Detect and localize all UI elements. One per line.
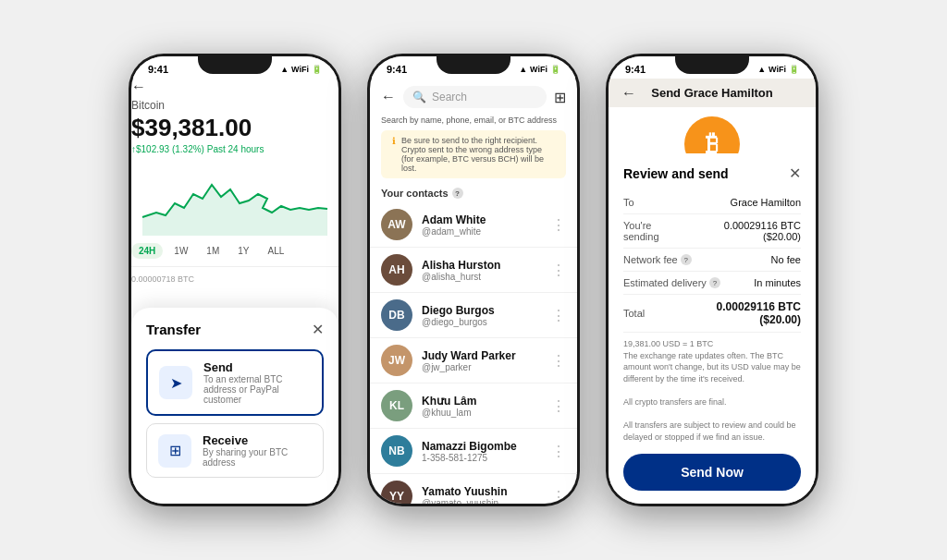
avatar-khuu: KL: [381, 390, 412, 421]
search-bar[interactable]: 🔍 Search: [403, 86, 547, 108]
battery-icon-1: 🔋: [312, 65, 322, 74]
tab-24h[interactable]: 24H: [131, 243, 163, 259]
contact-info-adam: Adam White @adam_white: [422, 213, 542, 237]
review-value-delivery: In minutes: [754, 277, 801, 288]
send-option[interactable]: ➤ Send To an external BTC address or Pay…: [146, 349, 324, 416]
contact-name-namazzi: Namazzi Bigombe: [422, 440, 542, 453]
review-value-total: 0.00029116 BTC($20.00): [717, 300, 801, 326]
time-2: 9:41: [387, 64, 407, 75]
contact-item-khuu[interactable]: KL Khưu Lâm @khuu_lam ⋮: [370, 383, 577, 429]
contact-menu-khuu[interactable]: ⋮: [551, 397, 566, 415]
status-icons-1: ▲ WiFi 🔋: [280, 65, 322, 74]
contact-handle-alisha: @alisha_hurst: [422, 272, 542, 282]
status-icons-3: ▲ WiFi 🔋: [757, 65, 799, 74]
receive-subtitle: By sharing your BTC address: [203, 447, 312, 468]
contact-menu-adam[interactable]: ⋮: [551, 216, 566, 234]
receive-icon: ⊞: [158, 434, 191, 468]
receive-option-text: Receive By sharing your BTC address: [203, 433, 312, 468]
contact-name-yamato: Yamato Yuushin: [422, 485, 542, 498]
avatar-alisha: AH: [381, 254, 412, 286]
tab-1m[interactable]: 1M: [199, 243, 227, 259]
contact-menu-diego[interactable]: ⋮: [551, 307, 566, 324]
tab-all[interactable]: ALL: [261, 243, 292, 259]
fee-help-icon[interactable]: ?: [681, 254, 692, 265]
search-placeholder: Search: [432, 91, 467, 103]
modal-close[interactable]: ✕: [312, 321, 324, 338]
search-back[interactable]: ←: [381, 89, 396, 105]
contact-info-alisha: Alisha Hurston @alisha_hurst: [422, 259, 542, 282]
notch-2: [437, 54, 510, 74]
time-tabs: 24H 1W 1M 1Y ALL: [131, 243, 338, 259]
review-row-delivery: Estimated delivery ? In minutes: [623, 272, 801, 295]
contact-menu-namazzi[interactable]: ⋮: [551, 443, 566, 460]
send-now-button[interactable]: Send Now: [623, 454, 801, 491]
review-value-to: Grace Hamilton: [731, 197, 801, 208]
wifi-icon-3: WiFi: [769, 65, 786, 74]
warning-icon: ℹ: [392, 136, 396, 146]
review-row-sending: You're sending 0.00029116 BTC ($20.00): [623, 214, 801, 249]
bitcoin-chart: [131, 162, 338, 236]
phone1-screen: ← Bitcoin $39,381.00 ↑$102.93 (1.32%) Pa…: [131, 79, 338, 287]
review-modal-close[interactable]: ✕: [789, 164, 801, 182]
warning-bar: ℹ Be sure to send to the right recipient…: [381, 130, 566, 178]
avatar-diego: DB: [381, 299, 412, 331]
contact-item-yamato[interactable]: YY Yamato Yuushin @yamato_yuushin ⋮: [370, 474, 577, 504]
contact-menu-alisha[interactable]: ⋮: [551, 262, 566, 279]
chart-svg: [131, 162, 338, 236]
tab-1w[interactable]: 1W: [166, 243, 195, 259]
review-label-fee: Network fee ?: [623, 254, 692, 265]
review-header: ← Send Grace Hamilton: [609, 79, 816, 107]
btc-amount-small: 0.00000718 BTC: [131, 271, 338, 287]
crypto-amount: $39,381.00: [131, 114, 338, 142]
receive-option[interactable]: ⊞ Receive By sharing your BTC address: [146, 423, 324, 478]
send-subtitle: To an external BTC address or PayPal cus…: [203, 374, 311, 405]
contact-menu-judy[interactable]: ⋮: [551, 352, 566, 370]
phone-1: 9:41 ▲ WiFi 🔋 ← Bitcoin $39,381.00 ↑$102…: [129, 54, 341, 506]
avatar-judy: JW: [381, 345, 412, 376]
contacts-list: AW Adam White @adam_white ⋮ AH Alisha Hu…: [370, 202, 577, 504]
avatar-yamato: YY: [381, 481, 412, 504]
contact-item-diego[interactable]: DB Diego Burgos @diego_burgos ⋮: [370, 293, 577, 338]
contact-info-judy: Judy Ward Parker @jw_parker: [422, 349, 542, 372]
qr-button[interactable]: ⊞: [554, 89, 566, 106]
phone-3: 9:41 ▲ WiFi 🔋 ← Send Grace Hamilton ₿ Se…: [606, 54, 818, 506]
contact-handle-judy: @jw_parker: [422, 362, 542, 372]
tab-1y[interactable]: 1Y: [230, 243, 256, 259]
review-modal: Review and send ✕ To Grace Hamilton You'…: [609, 153, 816, 504]
wifi-icon-1: WiFi: [291, 65, 309, 74]
delivery-help-icon[interactable]: ?: [709, 277, 720, 288]
contact-name-diego: Diego Burgos: [422, 304, 542, 317]
phone-1-inner: 9:41 ▲ WiFi 🔋 ← Bitcoin $39,381.00 ↑$102…: [131, 56, 338, 504]
review-label-delivery: Estimated delivery ?: [623, 277, 720, 288]
signal-icon-3: ▲: [757, 65, 766, 74]
battery-icon-3: 🔋: [789, 65, 799, 74]
transfer-modal: Transfer ✕ ➤ Send To an external BTC add…: [131, 308, 338, 504]
review-label-sending: You're sending: [623, 220, 687, 242]
review-value-fee: No fee: [771, 254, 801, 265]
contact-name-adam: Adam White: [422, 213, 542, 226]
search-icon: 🔍: [412, 91, 426, 103]
contact-item-adam[interactable]: AW Adam White @adam_white ⋮: [370, 202, 577, 248]
send-icon: ➤: [159, 366, 192, 399]
contact-item-alisha[interactable]: AH Alisha Hurston @alisha_hurst ⋮: [370, 248, 577, 293]
crypto-change: ↑$102.93 (1.32%) Past 24 hours: [131, 144, 338, 154]
contacts-label: Your contacts ?: [370, 184, 577, 202]
contact-info-yamato: Yamato Yuushin @yamato_yuushin: [422, 485, 542, 505]
contact-item-namazzi[interactable]: NB Namazzi Bigombe 1-358-581-1275 ⋮: [370, 429, 577, 474]
review-modal-header: Review and send ✕: [623, 164, 801, 182]
contact-info-namazzi: Namazzi Bigombe 1-358-581-1275: [422, 440, 542, 463]
phone-2: 9:41 ▲ WiFi 🔋 ← 🔍 Search ⊞ Search by nam…: [367, 54, 580, 506]
review-header-title: Send Grace Hamilton: [651, 86, 772, 100]
avatar-adam: AW: [381, 209, 412, 240]
contact-item-judy[interactable]: JW Judy Ward Parker @jw_parker ⋮: [370, 338, 577, 383]
svg-marker-0: [142, 185, 327, 236]
contact-name-judy: Judy Ward Parker: [422, 349, 542, 362]
review-back[interactable]: ←: [621, 85, 636, 102]
contacts-help-icon[interactable]: ?: [452, 188, 463, 199]
back-arrow-1[interactable]: ←: [131, 79, 338, 95]
contact-handle-adam: @adam_white: [422, 226, 542, 237]
search-header: ← 🔍 Search ⊞: [370, 79, 577, 112]
contact-handle-diego: @diego_burgos: [422, 317, 542, 327]
contact-menu-yamato[interactable]: ⋮: [551, 488, 566, 505]
phone3-screen: ← Send Grace Hamilton ₿ Send Bitcoin Rev…: [609, 79, 816, 192]
